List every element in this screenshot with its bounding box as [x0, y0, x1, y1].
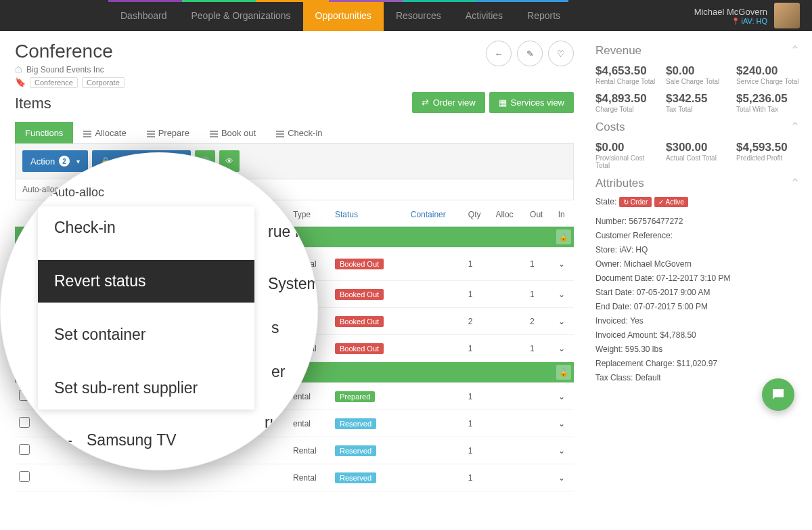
table-row[interactable]: RentalReserved1⌄ [15, 464, 574, 491]
row-checkbox[interactable] [19, 471, 30, 482]
col-status[interactable]: Status [331, 203, 407, 227]
nav-opportunities[interactable]: Opportunities [303, 0, 384, 31]
expand-row-icon[interactable]: ⌄ [554, 410, 574, 437]
action-count-badge: 2 [59, 156, 70, 167]
tag-corporate[interactable]: Corporate [82, 77, 125, 88]
nav-activities[interactable]: Activities [453, 0, 515, 31]
col-container[interactable]: Container [407, 203, 464, 227]
col-in[interactable]: In [554, 203, 574, 227]
cell-out [526, 437, 554, 464]
cell-type: Rental [289, 464, 331, 491]
menu-check-in[interactable]: Check-in [38, 206, 254, 249]
avatar[interactable] [774, 3, 800, 28]
collapse-attributes[interactable]: ⌃ [790, 176, 800, 190]
attribute-row: Number: 567576477272 [595, 217, 800, 226]
org-name[interactable]: Big Sound Events Inc [26, 65, 104, 74]
status-badge: Booked Out [335, 259, 384, 269]
row-checkbox[interactable] [19, 444, 30, 455]
expand-row-icon[interactable]: ⌄ [554, 437, 574, 464]
status-badge: Booked Out [335, 343, 384, 354]
org-icon: ☖ [15, 65, 22, 74]
expand-row-icon[interactable]: ⌄ [554, 383, 574, 410]
attr-state: State: ↻ Order ✓ Active [595, 197, 800, 207]
cell-alloc [492, 383, 526, 410]
nav-reports[interactable]: Reports [515, 0, 572, 31]
mag-row-samsung[interactable]: Samsung TV [87, 431, 177, 449]
cell-out: 1 [526, 281, 554, 308]
attribute-row: Owner: Michael McGovern [595, 259, 800, 269]
order-view-button[interactable]: ⇄Order view [412, 92, 485, 113]
attribute-row: Invoiced: Yes [595, 316, 800, 326]
tab-prepare[interactable]: Prepare [137, 122, 200, 143]
status-badge: Booked Out [335, 316, 384, 327]
menu-set-container[interactable]: Set container [38, 313, 254, 356]
favorite-button[interactable]: ♡ [548, 41, 574, 66]
cell-qty: 1 [464, 281, 492, 308]
tag-icon: 🔖 [15, 77, 26, 88]
cell-alloc [492, 248, 526, 281]
attribute-row: Store: iAV: HQ [595, 245, 800, 255]
expand-row-icon[interactable]: ⌄ [554, 248, 574, 281]
col-qty[interactable]: Qty [464, 203, 492, 227]
cell-asset [210, 464, 289, 491]
row-checkbox[interactable] [19, 417, 30, 428]
attribute-row: Document Date: 07-12-2017 3:10 PM [595, 273, 800, 283]
stat-block: $4,893.50Charge Total [595, 92, 659, 113]
state-order-badge[interactable]: ↻ Order [619, 197, 652, 207]
collapse-costs[interactable]: ⌃ [790, 120, 800, 134]
stat-block: $342.55Tax Total [666, 92, 729, 113]
cell-out: 2 [526, 308, 554, 335]
state-active-badge[interactable]: ✓ Active [654, 197, 688, 207]
expand-row-icon[interactable]: ⌄ [554, 281, 574, 308]
attribute-row: End Date: 07-07-2017 5:00 PM [595, 302, 800, 311]
cell-out: 1 [526, 248, 554, 281]
calendar-icon: ▦ [499, 97, 507, 108]
collapse-revenue[interactable]: ⌃ [790, 43, 800, 58]
cell-qty: 2 [464, 308, 492, 335]
nav-resources[interactable]: Resources [384, 0, 453, 31]
col-alloc[interactable]: Alloc [492, 203, 526, 227]
tab-functions[interactable]: Functions [15, 122, 73, 143]
user-location: iAV: HQ [694, 17, 767, 25]
tab-checkin[interactable]: Check-in [266, 122, 332, 143]
nav-user-block[interactable]: Michael McGovern iAV: HQ [694, 0, 812, 31]
item-tabs: Functions Allocate Prepare Book out Chec… [15, 122, 574, 143]
status-badge: Reserved [335, 445, 376, 456]
expand-row-icon[interactable]: ⌄ [554, 464, 574, 491]
cell-qty: 1 [464, 335, 492, 362]
cell-type: ental [289, 410, 331, 437]
cell-type: Rental [289, 437, 331, 464]
tab-allocate[interactable]: Allocate [73, 122, 136, 143]
chat-fab[interactable] [762, 378, 794, 411]
menu-revert-status[interactable]: Revert status [38, 260, 254, 303]
cell-alloc [492, 437, 526, 464]
cell-qty: 1 [464, 383, 492, 410]
cell-alloc [492, 308, 526, 335]
services-view-button[interactable]: ▦Services view [489, 92, 574, 113]
nav-people[interactable]: People & Organizations [179, 0, 303, 31]
attribute-row: Replacement Charge: $11,020.97 [595, 359, 800, 368]
stat-block: $240.00Service Charge Total [736, 64, 800, 85]
col-type[interactable]: Type [289, 203, 331, 227]
cell-alloc [492, 464, 526, 491]
cell-alloc [492, 335, 526, 362]
status-badge: Booked Out [335, 289, 384, 300]
menu-set-subrent[interactable]: Set sub-rent supplier [38, 367, 254, 410]
edit-button[interactable]: ✎ [517, 41, 543, 66]
col-out[interactable]: Out [526, 203, 554, 227]
attribute-row: Invoiced Amount: $4,788.50 [595, 330, 800, 340]
action-dropdown[interactable]: Action 2 [22, 150, 88, 172]
expand-row-icon[interactable]: ⌄ [554, 308, 574, 335]
user-name: Michael McGovern [694, 7, 767, 17]
cell-qty: 1 [464, 464, 492, 491]
cell-qty: 1 [464, 410, 492, 437]
nav-dashboard[interactable]: Dashboard [108, 0, 179, 31]
tab-bookout[interactable]: Book out [200, 122, 266, 143]
unlock-group-icon[interactable]: 🔓 [556, 365, 571, 380]
stat-block: $0.00Sale Charge Total [666, 64, 729, 85]
back-button[interactable]: ← [486, 41, 512, 66]
stat-block: $4,653.50Rental Charge Total [595, 64, 659, 85]
unlock-group-icon[interactable]: 🔓 [556, 229, 571, 244]
tag-conference[interactable]: Conference [30, 77, 78, 88]
expand-row-icon[interactable]: ⌄ [554, 335, 574, 362]
